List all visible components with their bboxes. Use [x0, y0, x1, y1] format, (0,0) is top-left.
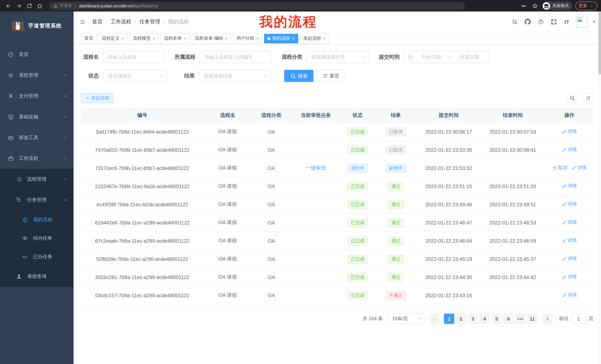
sidebar-item-系统管理[interactable]: 系统管理	[0, 65, 74, 86]
goto-page-input[interactable]	[571, 314, 586, 324]
show-search-button[interactable]	[567, 92, 578, 104]
result-badge: 通过	[388, 236, 404, 245]
close-icon[interactable]: ×	[256, 36, 259, 41]
reload-icon[interactable]	[25, 1, 34, 10]
search-button[interactable]: 搜索	[284, 70, 313, 82]
tab-我的流程[interactable]: 我的流程 ×	[264, 34, 298, 43]
process-name-input[interactable]	[103, 51, 164, 63]
详情-action-link[interactable]: 详情	[572, 165, 587, 171]
close-icon[interactable]: ×	[121, 36, 124, 41]
warning-icon[interactable]	[53, 3, 58, 8]
result-badge: 通过	[388, 200, 404, 209]
status-select[interactable]	[103, 70, 167, 82]
sidebar-item-研发工具[interactable]: 研发工具	[0, 127, 74, 148]
font-size-icon[interactable]: tT	[563, 18, 571, 25]
page-button-5[interactable]: 5	[491, 314, 502, 324]
sidebar-item-已办任务[interactable]: 已办任务	[0, 248, 74, 266]
取消-action-link[interactable]: 取消	[552, 165, 567, 171]
result-badge: 不通过	[385, 291, 406, 300]
category-select-input[interactable]	[307, 51, 369, 63]
back-icon[interactable]	[4, 1, 13, 10]
sidebar-item-待办任务[interactable]: 待办任务	[0, 229, 74, 248]
home-icon[interactable]	[35, 1, 45, 10]
page-size-select[interactable]: 10条/页	[388, 314, 425, 324]
详情-action-link[interactable]: 详情	[562, 129, 577, 135]
column-header: 流程名	[204, 112, 252, 119]
scrollbar[interactable]	[598, 11, 601, 364]
next-page-button[interactable]	[542, 314, 552, 324]
close-icon[interactable]: ×	[225, 36, 228, 41]
page-button-4[interactable]: 4	[480, 314, 490, 324]
tab-用户分组[interactable]: 用户分组 ×	[233, 34, 262, 43]
page-button-3[interactable]: 3	[468, 314, 478, 324]
address-bar[interactable]: 不安全 dashboard.yudao.iocoder.cn/bpm/task/…	[49, 2, 465, 10]
close-icon[interactable]: ×	[183, 36, 186, 41]
sidebar-item-首页[interactable]: 首页	[0, 44, 74, 65]
create-process-button[interactable]: 发起流程	[81, 93, 114, 103]
avatar[interactable]	[576, 16, 588, 28]
start-date-placeholder[interactable]: 开始日期	[416, 54, 446, 60]
status-badge: 已完成	[347, 200, 368, 209]
详情-action-link[interactable]: 详情	[562, 220, 577, 226]
page-button-2[interactable]: 2	[456, 314, 466, 324]
sidebar-item-请假查询[interactable]: 请假查询	[0, 266, 74, 287]
caret-down-icon[interactable]: ▾	[593, 20, 595, 24]
sidebar-item-基础设施[interactable]: 基础设施	[0, 106, 74, 127]
help-icon[interactable]	[537, 18, 545, 25]
详情-action-link[interactable]: 详情	[562, 256, 577, 262]
status-badge: 已完成	[347, 273, 368, 282]
breadcrumb-item[interactable]: 首页	[92, 18, 102, 25]
close-icon[interactable]: ×	[323, 36, 326, 41]
cell-end-time: 2022-01-22 23:44:42	[480, 274, 545, 280]
cell-process-name: OA 请假	[204, 292, 252, 299]
process-def-input[interactable]	[200, 51, 271, 63]
result-select[interactable]	[199, 70, 271, 82]
tab-首页[interactable]: 首页	[81, 34, 97, 43]
breadcrumb-item[interactable]: 任务管理	[140, 18, 160, 25]
close-icon[interactable]: ×	[292, 36, 295, 41]
tab-流程模型[interactable]: 流程模型 ×	[130, 34, 159, 43]
sidebar-item-我的流程[interactable]: 我的流程	[0, 211, 74, 229]
result-select-input[interactable]	[199, 70, 270, 82]
tab-发起流程[interactable]: 发起流程 ×	[300, 34, 329, 43]
详情-action-link[interactable]: 详情	[562, 147, 577, 153]
bookmark-star-icon[interactable]	[531, 1, 539, 10]
prev-page-button[interactable]	[429, 314, 440, 324]
tab-流程定义[interactable]: 流程定义 ×	[99, 34, 128, 43]
status-select-input[interactable]	[103, 70, 166, 82]
tab-流程表单-编辑[interactable]: 流程表单-编辑 ×	[192, 34, 231, 43]
category-select[interactable]	[306, 51, 369, 63]
breadcrumb-item[interactable]: 工作流程	[110, 18, 131, 25]
current-task-link[interactable]: 一级审批	[306, 165, 326, 171]
sidebar-item-任务管理[interactable]: 任务管理	[0, 190, 74, 211]
详情-action-link[interactable]: 详情	[562, 292, 577, 298]
详情-action-link[interactable]: 详情	[562, 238, 577, 244]
fullscreen-icon[interactable]	[550, 18, 558, 25]
sidebar-item-工作流程[interactable]: 工作流程	[0, 148, 74, 169]
update-button[interactable]: 更新 ⋮	[575, 1, 597, 10]
page-ellipsis[interactable]: •••	[515, 314, 526, 324]
github-icon[interactable]	[524, 18, 531, 25]
详情-action-link[interactable]: 详情	[562, 201, 577, 208]
submit-time-range[interactable]: 开始日期 - 结束日期	[404, 51, 489, 63]
reset-button[interactable]: 重置	[317, 70, 345, 82]
详情-action-link[interactable]: 详情	[562, 274, 577, 280]
search-icon[interactable]	[511, 18, 519, 25]
sidebar-item-流程管理[interactable]: 流程管理	[0, 169, 74, 190]
forward-icon[interactable]	[14, 1, 24, 10]
sidebar-collapse-icon[interactable]	[78, 17, 87, 26]
page-button-11[interactable]: 11	[527, 314, 538, 324]
refresh-table-button[interactable]	[582, 92, 594, 104]
password-key-icon[interactable]	[520, 1, 528, 10]
end-date-placeholder[interactable]: 结束日期	[454, 54, 484, 60]
tab-流程表单[interactable]: 流程表单 ×	[160, 34, 190, 43]
page-button-6[interactable]: 6	[503, 314, 514, 324]
kebab-menu-icon[interactable]: ⋮	[590, 3, 594, 8]
scrollbar-thumb[interactable]	[598, 11, 601, 75]
详情-action-link[interactable]: 详情	[562, 183, 577, 189]
cell-process-name: OA 请假	[204, 147, 252, 153]
sidebar-item-支付管理[interactable]: ¥ 支付管理	[0, 86, 74, 106]
user-icon	[16, 273, 22, 279]
page-button-1[interactable]: 1	[444, 314, 454, 324]
close-icon[interactable]: ×	[152, 36, 155, 41]
